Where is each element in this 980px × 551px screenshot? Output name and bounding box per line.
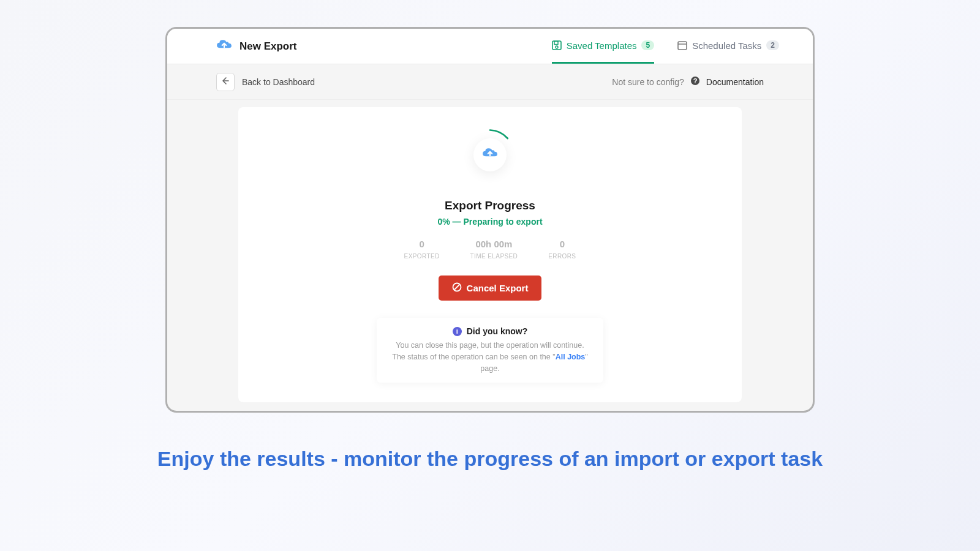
save-disk-icon xyxy=(552,40,562,50)
tab-scheduled-tasks[interactable]: Scheduled Tasks 2 xyxy=(677,29,779,64)
stat-label: TIME ELAPSED xyxy=(470,253,518,260)
documentation-link[interactable]: Documentation xyxy=(706,77,764,87)
svg-rect-3 xyxy=(678,42,687,50)
tab-count-badge: 5 xyxy=(641,40,654,50)
config-hint: Not sure to config? xyxy=(612,77,684,87)
stat-elapsed: 00h 00m TIME ELAPSED xyxy=(470,239,518,260)
prohibit-icon xyxy=(452,282,462,294)
info-icon: i xyxy=(453,327,462,336)
back-label: Back to Dashboard xyxy=(242,77,315,87)
stat-value: 00h 00m xyxy=(470,239,518,249)
stat-exported: 0 EXPORTED xyxy=(404,239,440,260)
stat-label: ERRORS xyxy=(548,253,576,260)
app-window: New Export Saved Templates 5 Scheduled T… xyxy=(165,27,815,413)
tip-header: i Did you know? xyxy=(388,326,592,336)
top-bar: New Export Saved Templates 5 Scheduled T… xyxy=(167,29,813,64)
tab-label: Scheduled Tasks xyxy=(692,40,761,51)
progress-status: 0% — Preparing to export xyxy=(437,217,542,227)
sub-bar: Back to Dashboard Not sure to config? ? … xyxy=(167,64,813,100)
svg-text:?: ? xyxy=(693,77,697,84)
tab-label: Saved Templates xyxy=(567,40,637,51)
tip-body: You can close this page, but the operati… xyxy=(388,340,592,374)
svg-point-2 xyxy=(556,46,558,48)
tab-saved-templates[interactable]: Saved Templates 5 xyxy=(552,29,654,64)
tip-title: Did you know? xyxy=(467,326,528,336)
stat-label: EXPORTED xyxy=(404,253,440,260)
help-group: Not sure to config? ? Documentation xyxy=(612,76,764,88)
back-button[interactable] xyxy=(216,73,235,91)
svg-line-8 xyxy=(454,285,459,290)
arrow-left-icon xyxy=(221,77,230,87)
stat-value: 0 xyxy=(404,239,440,249)
page-title: New Export xyxy=(239,40,297,53)
help-icon: ? xyxy=(690,76,700,88)
title-group: New Export xyxy=(216,39,297,54)
calendar-icon xyxy=(677,40,687,50)
tabs: Saved Templates 5 Scheduled Tasks 2 xyxy=(552,29,797,64)
progress-title: Export Progress xyxy=(445,199,535,212)
svg-rect-1 xyxy=(554,42,558,45)
all-jobs-link[interactable]: All Jobs xyxy=(556,353,586,361)
stat-errors: 0 ERRORS xyxy=(548,239,576,260)
tip-box: i Did you know? You can close this page,… xyxy=(377,318,603,383)
progress-spinner xyxy=(459,124,521,186)
tip-line2-pre: The status of the operation can be seen … xyxy=(392,353,555,361)
tab-count-badge: 2 xyxy=(766,40,779,50)
progress-stats: 0 EXPORTED 00h 00m TIME ELAPSED 0 ERRORS xyxy=(404,239,576,260)
progress-card: Export Progress 0% — Preparing to export… xyxy=(238,107,742,402)
stat-value: 0 xyxy=(548,239,576,249)
spinner-arc-icon xyxy=(462,127,518,182)
cancel-label: Cancel Export xyxy=(467,283,529,293)
cloud-upload-icon xyxy=(216,39,232,54)
marketing-caption: Enjoy the results - monitor the progress… xyxy=(157,447,823,471)
tip-line1: You can close this page, but the operati… xyxy=(396,341,584,350)
cancel-export-button[interactable]: Cancel Export xyxy=(439,276,542,301)
